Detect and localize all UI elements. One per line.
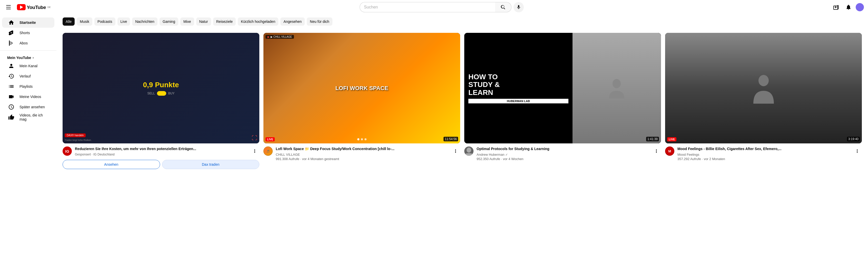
- hub-person-img: [572, 33, 661, 144]
- yt-play-icon: [20, 5, 23, 9]
- notifications-button[interactable]: [843, 2, 854, 12]
- clock-icon: [8, 104, 14, 110]
- filter-mixe[interactable]: Mixe: [180, 18, 194, 26]
- thumbnail-lofi: ▶ ▶ CHILL VILLAGE LOFI WORK SPACE LIVE: [264, 33, 460, 144]
- sidebar-label-mag: Videos, die ich mag: [20, 113, 48, 121]
- mood-thumb-inner: [665, 33, 862, 144]
- more-button-mood[interactable]: [852, 147, 862, 156]
- ig-sell-label: SELL: [147, 92, 155, 95]
- live-badge-mood: LIVE: [667, 137, 676, 141]
- video-card-mood[interactable]: LIVE 3:19:40 M Mood Feelings - Billie Ei…: [665, 33, 862, 169]
- sidebar-label-playlists: Playlists: [20, 85, 33, 89]
- hub-thumb-inner: HOW TO STUDY & LEARN HUBERMAN LAB: [464, 33, 661, 144]
- filter-musik[interactable]: Musik: [77, 18, 92, 26]
- sidebar-item-startseite[interactable]: Startseite: [2, 18, 54, 28]
- create-button[interactable]: [831, 2, 841, 12]
- sidebar-label-meine-videos: Meine Videos: [20, 95, 41, 99]
- lofi-dots: [357, 138, 367, 140]
- filter-angesehen[interactable]: Angesehen: [280, 18, 305, 26]
- video-title-lofi: Lofi Work Space 📁 Deep Focus Study/Work …: [276, 147, 448, 152]
- video-card-huberman[interactable]: HOW TO STUDY & LEARN HUBERMAN LAB: [464, 33, 661, 169]
- filter-natur[interactable]: Natur: [196, 18, 211, 26]
- thumbnail-huberman: HOW TO STUDY & LEARN HUBERMAN LAB: [464, 33, 661, 144]
- sidebar-item-kanal[interactable]: Mein Kanal: [2, 61, 54, 71]
- lofi-dot-1: [357, 138, 359, 140]
- avatar[interactable]: [856, 3, 864, 11]
- lofi-thumb-inner: ▶ ▶ CHILL VILLAGE LOFI WORK SPACE: [264, 33, 460, 144]
- filter-gaming[interactable]: Gaming: [159, 18, 178, 26]
- video-info-lofi: Lofi Work Space 📁 Deep Focus Study/Work …: [276, 147, 448, 161]
- video-title-ad: Reduzieren Sie Ihre Kosten, um mehr von …: [75, 147, 247, 152]
- filter-neu[interactable]: Neu für dich: [307, 18, 332, 26]
- sidebar-item-verlauf[interactable]: Verlauf: [2, 71, 54, 81]
- youtube-logo[interactable]: YouTubeDE: [17, 4, 51, 10]
- more-vert-icon: [855, 149, 860, 154]
- video-meta-mood: M Mood Feelings - Billie Eilish, Cigaret…: [665, 147, 862, 161]
- sidebar-label-spaeter: Später ansehen: [20, 105, 45, 109]
- playlist-icon: [8, 84, 14, 90]
- thumb-ig-inner: 0,9 Punkte SELL BUY DAX® handeln Traden …: [63, 33, 259, 144]
- ig-expand-icon: ⛶: [252, 135, 257, 141]
- filter-bar: Alle Musik Podcasts Live Nachrichten Gam…: [56, 14, 868, 29]
- video-channel-mood: Mood Feelings: [677, 153, 849, 157]
- duration-mood: 3:19:40: [847, 137, 860, 141]
- yt-country: DE: [48, 6, 51, 8]
- video-info-mood: Mood Feelings - Billie Eilish, Cigarette…: [677, 147, 849, 161]
- content: Alle Musik Podcasts Live Nachrichten Gam…: [56, 14, 868, 173]
- channel-avatar-icon: [464, 147, 473, 156]
- video-title-huberman: Optimal Protocols for Studying & Learnin…: [476, 147, 649, 152]
- thumbnail-mood: LIVE 3:19:40: [665, 33, 862, 144]
- hamburger-button[interactable]: [4, 3, 13, 11]
- more-button-ad[interactable]: [250, 147, 259, 156]
- sidebar-item-abos[interactable]: Abos: [2, 38, 54, 48]
- history-icon: [8, 73, 14, 79]
- ig-buy-label: BUY: [168, 92, 175, 95]
- more-vert-icon: [252, 149, 257, 154]
- video-stats-mood: 357.292 Aufrufe · vor 2 Monaten: [677, 157, 849, 161]
- sidebar-item-mag[interactable]: Videos, die ich mag: [2, 112, 54, 122]
- sidebar-label-startseite: Startseite: [20, 21, 36, 25]
- filter-alle[interactable]: Alle: [63, 18, 75, 26]
- video-card-lofi[interactable]: ▶ ▶ CHILL VILLAGE LOFI WORK SPACE LIVE: [264, 33, 460, 169]
- yt-wordmark: YouTube: [27, 5, 46, 10]
- filter-live[interactable]: Live: [118, 18, 130, 26]
- video-stats-huberman: 952.350 Aufrufe · vor 4 Wochen: [476, 157, 649, 161]
- sidebar-item-playlists[interactable]: Playlists: [2, 81, 54, 92]
- person-silhouette-icon: [609, 78, 624, 98]
- filter-podcasts[interactable]: Podcasts: [94, 18, 116, 26]
- video-sponsored: Gesponsert · IG Deutschland: [75, 153, 247, 156]
- search-button[interactable]: [495, 2, 512, 12]
- video-channel-huberman: Andrew Huberman ✓: [476, 153, 649, 157]
- more-button-lofi[interactable]: [451, 147, 460, 156]
- video-card-ad[interactable]: 0,9 Punkte SELL BUY DAX® handeln Traden …: [63, 33, 259, 169]
- search-form[interactable]: [360, 2, 512, 12]
- ig-red-badge: DAX® handeln: [65, 133, 86, 137]
- video-icon: [8, 94, 14, 100]
- more-button-huberman[interactable]: [652, 147, 661, 156]
- hub-thumb-bg: HOW TO STUDY & LEARN HUBERMAN LAB: [464, 33, 661, 144]
- mood-channel-initial: M: [669, 149, 671, 153]
- shorts-icon: [8, 30, 14, 36]
- channel-icon-mood: M: [665, 147, 674, 156]
- video-grid: 0,9 Punkte SELL BUY DAX® handeln Traden …: [56, 29, 868, 173]
- ad-dax-button[interactable]: Dax traden: [162, 160, 259, 169]
- ad-ansehen-button[interactable]: Ansehen: [63, 160, 160, 169]
- filter-reiseziele[interactable]: Reiseziele: [213, 18, 236, 26]
- search-icon: [501, 5, 506, 10]
- sidebar-item-meine-videos[interactable]: Meine Videos: [2, 92, 54, 102]
- lofi-badge-text: ▶ CHILL VILLAGE: [271, 35, 292, 38]
- filter-kurzlich[interactable]: Kürzlich hochgeladen: [238, 18, 278, 26]
- video-channel-lofi: CHILL VILLAGE: [276, 153, 448, 157]
- sidebar-item-spaeter[interactable]: Später ansehen: [2, 102, 54, 112]
- mic-button[interactable]: [514, 2, 524, 12]
- sidebar-section-mein-youtube[interactable]: Mein YouTube ›: [0, 53, 56, 61]
- search-input[interactable]: [360, 2, 495, 12]
- video-info-huberman: Optimal Protocols for Studying & Learnin…: [476, 147, 649, 161]
- mic-icon: [516, 5, 521, 10]
- filter-nachrichten[interactable]: Nachrichten: [132, 18, 157, 26]
- channel-icon-lofi: 🎵: [264, 147, 273, 156]
- ad-buttons: Ansehen Dax traden: [63, 160, 259, 169]
- lofi-dot-2: [361, 138, 363, 140]
- sidebar-item-shorts[interactable]: Shorts: [2, 28, 54, 38]
- ig-toggle: [157, 91, 166, 96]
